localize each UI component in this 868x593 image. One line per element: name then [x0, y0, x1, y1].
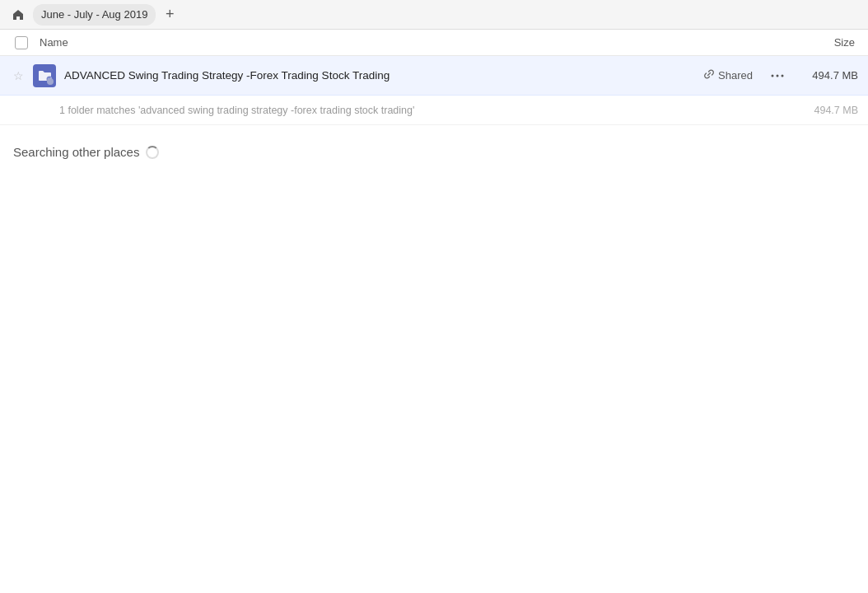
summary-row: 1 folder matches 'advanced swing trading…: [0, 96, 868, 125]
file-row[interactable]: ☆ ADVANCED Swing Trading Strategy -Forex…: [0, 56, 868, 96]
breadcrumb-pill[interactable]: June - July - Aug 2019: [33, 4, 156, 26]
svg-point-1: [772, 74, 774, 77]
shared-badge: Shared: [703, 68, 753, 82]
shared-label: Shared: [718, 69, 753, 82]
header-bar: June - July - Aug 2019 +: [0, 0, 868, 30]
summary-text: 1 folder matches 'advanced swing trading…: [59, 105, 796, 116]
select-all-checkbox[interactable]: [15, 36, 28, 49]
file-icon-col: [30, 64, 59, 87]
svg-point-2: [777, 74, 779, 77]
star-button[interactable]: ☆: [7, 69, 30, 82]
home-button[interactable]: [7, 3, 30, 26]
file-size: 494.7 MB: [796, 69, 861, 82]
column-size-header: Size: [779, 36, 861, 49]
file-name: ADVANCED Swing Trading Strategy -Forex T…: [59, 69, 703, 82]
breadcrumb-label: June - July - Aug 2019: [41, 8, 147, 21]
column-name-header: Name: [36, 36, 779, 49]
searching-section: Searching other places: [0, 125, 868, 166]
searching-label: Searching other places: [13, 145, 139, 159]
header-checkbox-col: [7, 36, 36, 49]
summary-size: 494.7 MB: [796, 105, 861, 116]
column-headers: Name Size: [0, 30, 868, 56]
more-options-button[interactable]: [766, 64, 789, 87]
add-tab-button[interactable]: +: [159, 4, 180, 26]
loading-spinner: [146, 146, 159, 159]
folder-icon: [33, 64, 56, 87]
svg-point-3: [782, 74, 784, 77]
link-icon: [703, 68, 715, 82]
